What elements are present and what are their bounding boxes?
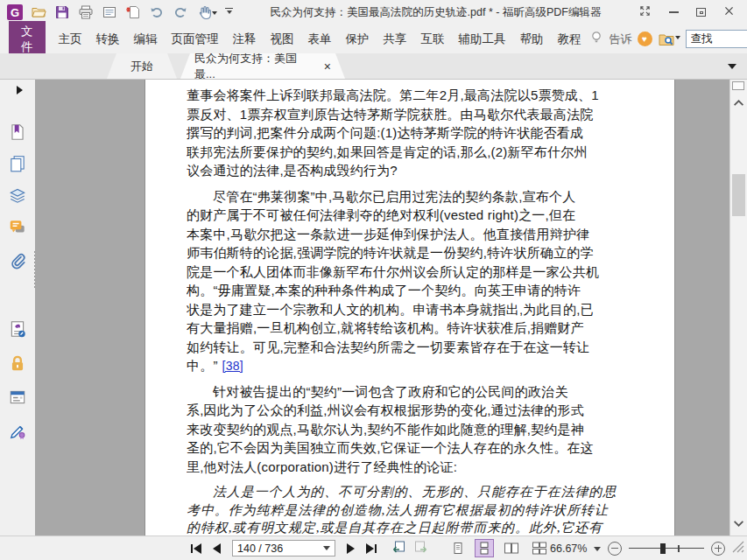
print-icon[interactable] [78,4,94,21]
resize-grip-icon[interactable] [732,541,744,556]
single-page-layout-icon[interactable] [448,539,468,557]
facing-continuous-layout-icon[interactable] [529,539,550,557]
zoom-level-value[interactable]: 66.67% [550,542,587,555]
zoom-slider[interactable] [629,542,704,555]
text-line: 构。“毋庸置疑,本案的种种条件构成了一个契约。向英王申请的特许 [187,281,618,300]
tell-me-label[interactable]: 告诉 [610,32,632,47]
undo-icon[interactable] [149,4,165,21]
zoom-in-button[interactable] [711,542,725,556]
tab-list-dropdown-icon[interactable] [728,64,736,74]
menu-protect[interactable]: 保护 [339,28,377,51]
window-title: 民众为何支持：美国最高法院的历史轨迹.pdf * - 福昕高级PDF编辑器 [233,5,638,20]
text-line: 针对被告提出的“契约”一词包含了政府和它的公民间的政治关 [187,382,618,402]
fullscreen-icon[interactable] [638,4,652,21]
folder-search-icon[interactable] [658,32,680,47]
document-tab-bar: 开始 民众为何支持：美国最... × [0,53,747,79]
text-line: 票反对、1票弃权宣判原告达特茅斯学院获胜。由马歇尔代表最高法院 [187,105,618,124]
zoom-slider-handle[interactable] [660,543,666,554]
page-thumbnails-icon[interactable] [8,154,27,173]
create-pdf-icon[interactable] [125,4,141,21]
menu-share[interactable]: 共享 [377,28,414,51]
menu-edit[interactable]: 编辑 [127,28,165,51]
tab-start[interactable]: 开始 [107,53,177,79]
foxit-logo-icon[interactable]: G [7,4,23,21]
scroll-down-icon[interactable] [733,515,744,531]
open-file-icon[interactable] [31,4,46,21]
restore-icon[interactable] [696,8,706,17]
sign-document-icon[interactable] [8,422,27,441]
facing-layout-icon[interactable] [501,539,522,557]
previous-view-icon[interactable] [391,540,406,557]
text-line: 中。” [38] [187,356,618,375]
menu-organize[interactable]: 页面管理 [165,28,226,51]
first-page-button[interactable] [191,543,201,554]
menu-file[interactable]: 文件 [9,21,46,58]
navigation-sidebar [0,80,35,536]
text-line: 里,他对法人(corporation)进行了经典性的论证: [187,458,618,477]
comments-icon[interactable] [8,218,27,237]
menu-accessibility[interactable]: 辅助工具 [452,28,513,51]
redo-icon[interactable] [173,4,188,21]
layers-icon[interactable] [8,186,27,205]
destinations-icon[interactable] [8,388,27,407]
search-input[interactable] [691,33,747,46]
pdf-page: 董事会将案件上诉到联邦最高法院。第二年2月,最高法院以5票赞成、1票反对、1票弃… [145,80,674,536]
menu-bar: 文件 主页 转换 编辑 页面管理 注释 视图 表单 保护 共享 互联 辅助工具 … [0,24,747,53]
tab-document[interactable]: 民众为何支持：美国最... × [180,53,345,79]
save-icon[interactable] [54,4,70,21]
text-line: 如约转让。可见,完整和合法契约所需之一切要素皆存在于在这一转让 [187,338,618,357]
email-icon[interactable] [102,4,117,21]
security-icon[interactable] [8,354,27,373]
text-line: 有大量捐赠,一旦机构创立,就将转给该机构。特许状获准后,捐赠财产 [187,318,618,338]
text-line: 师韦伯斯特的论据,强调学院的特许状就是一份契约,特许状所确立的学 [187,243,618,262]
text-line: 联邦宪法所要保护的契约,如果回答是肯定的话,那么,(2)新罕布什尔州 [187,143,618,162]
text-line: 系,因此为了公众的利益,州议会有权根据形势的变化,通过法律的形式 [187,401,618,420]
bookmarks-icon[interactable] [8,122,27,142]
lightbulb-icon[interactable] [588,30,604,49]
next-view-icon [413,540,429,557]
view-history [391,540,429,557]
scrollbar-split-box[interactable] [732,81,744,90]
heart-icon[interactable]: ♥ [638,32,652,46]
expand-panel-icon[interactable] [17,86,27,94]
menu-connect[interactable]: 互联 [414,28,452,51]
last-page-button[interactable] [366,543,377,554]
attachments-icon[interactable] [8,251,27,270]
text-line: 来改变契约的观点,马歇尔认为,契约不能作如此随意的理解,契约是神 [187,420,618,439]
customize-toolbar-icon[interactable] [225,4,233,21]
paragraph: 董事会将案件上诉到联邦最高法院。第二年2月,最高法院以5票赞成、1票反对、1票弃… [187,86,618,180]
document-canvas: 董事会将案件上诉到联邦最高法院。第二年2月,最高法院以5票赞成、1票反对、1票弃… [35,80,729,536]
vertical-scrollbar[interactable] [729,80,747,536]
next-page-button[interactable] [347,543,355,554]
page-number-input[interactable]: 140 / 736 [232,540,335,556]
page-dropdown-icon[interactable] [323,546,330,554]
menu-tutorial[interactable]: 教程 [551,28,588,51]
zoom-dropdown-icon[interactable] [594,547,601,555]
scrollbar-thumb[interactable] [732,174,745,216]
text-line: 的财产属于不可被任何法律剥夺的绝对权利(vested right)之一,但在 [187,206,618,225]
title-bar: G [0,0,747,24]
menu-form[interactable]: 表单 [301,28,339,51]
page-layout-modes [448,539,550,557]
text-line: 状是为了建立一个宗教和人文的机构。申请书本身就指出,为此目的,已 [187,300,618,319]
text-line: 法人是一个人为的、不可分割的、无形的、只能存在于在法律的思 [187,483,618,501]
text-line: 考中。作为纯粹是法律的创造物,法人拥有它根据最初的特许状所转让 [187,501,618,520]
text-line: 的特权,或有明文规定,或是自其存在之日起附带而来的。此外,它还有 [187,519,618,536]
continuous-layout-icon[interactable] [475,539,494,557]
menu-help[interactable]: 帮助 [513,28,551,51]
scroll-up-icon[interactable] [733,94,744,110]
text-line: 议会通过的法律,是否构成毁约行为? [187,161,618,180]
menu-home[interactable]: 主页 [52,28,89,51]
tab-close-icon[interactable]: × [324,60,331,73]
footnote-link[interactable]: [38] [222,357,243,375]
window-controls [638,4,742,21]
previous-page-button[interactable] [213,543,221,554]
zoom-out-button[interactable] [608,542,622,556]
menu-comment[interactable]: 注释 [226,28,264,51]
menu-convert[interactable]: 转换 [89,28,127,51]
menu-view[interactable]: 视图 [264,28,301,51]
digital-signatures-icon[interactable] [8,319,27,339]
minimize-icon[interactable] [669,11,679,13]
close-icon[interactable] [723,4,735,20]
hand-tool-icon[interactable] [196,4,217,21]
